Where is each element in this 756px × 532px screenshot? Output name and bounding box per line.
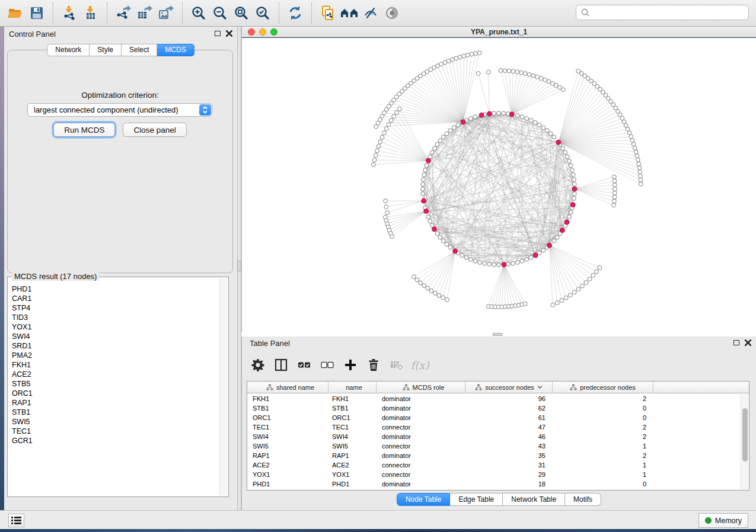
memory-button[interactable]: Memory (698, 513, 748, 528)
publish-network-button[interactable] (317, 2, 339, 24)
cytoscape-app: Control Panel Network Style Select MCDS … (0, 0, 756, 532)
result-item[interactable]: SWI5 (8, 417, 219, 427)
zoom-out-button[interactable] (209, 2, 231, 24)
close-panel-icon[interactable] (745, 339, 751, 346)
result-item[interactable]: YOX1 (8, 322, 219, 332)
tab-style[interactable]: Style (90, 44, 122, 56)
gear-icon (251, 358, 265, 372)
tab-motifs[interactable]: Motifs (565, 493, 601, 506)
result-item[interactable]: STB5 (8, 379, 219, 389)
table-row[interactable]: PHD1PHD1dominator180 (247, 479, 740, 489)
export-table-button[interactable] (134, 2, 155, 24)
result-item[interactable]: TID3 (8, 313, 219, 322)
import-table-button[interactable] (80, 2, 101, 24)
result-item[interactable]: SWI4 (8, 332, 219, 341)
export-network-button[interactable] (113, 2, 134, 24)
delete-column-button[interactable] (366, 357, 381, 373)
tab-network-table[interactable]: Network Table (503, 493, 565, 506)
result-item[interactable]: STP4 (8, 303, 219, 313)
result-item[interactable]: FKH1 (8, 360, 219, 370)
export-image-button[interactable] (155, 2, 177, 24)
search-input[interactable] (593, 8, 744, 17)
column-header-shared-name[interactable]: shared name (247, 382, 328, 393)
table-cell: 62 (465, 405, 553, 412)
import-network-button[interactable] (59, 2, 80, 24)
status-bar: Memory (0, 510, 756, 529)
close-panel-icon[interactable] (226, 30, 232, 37)
table-settings-button[interactable] (250, 357, 266, 373)
result-item[interactable]: RAP1 (8, 398, 219, 408)
table-cell: 29 (465, 471, 553, 478)
select-all-button[interactable] (296, 357, 312, 373)
refresh-layout-icon (288, 5, 303, 21)
zoom-selected-button[interactable] (252, 2, 273, 24)
horizontal-splitter[interactable] (241, 332, 756, 336)
result-item[interactable]: STB1 (8, 408, 219, 417)
network-canvas[interactable] (242, 38, 756, 332)
mcds-result-scrollbar[interactable] (219, 278, 227, 495)
column-header-predecessor-nodes[interactable]: predecessor nodes (553, 382, 653, 393)
zoom-selected-icon (255, 5, 270, 21)
table-row[interactable]: YOX1YOX1connector291 (247, 470, 740, 479)
tab-network[interactable]: Network (47, 44, 90, 56)
add-column-button[interactable] (343, 357, 358, 373)
tab-select[interactable]: Select (122, 44, 157, 56)
first-neighbors-button[interactable] (339, 2, 360, 24)
tab-mcds[interactable]: MCDS (157, 44, 194, 56)
column-header-successor-nodes[interactable]: successor nodes (465, 382, 553, 393)
optimization-select[interactable]: largest connected component (undirected) (27, 103, 212, 117)
save-session-button[interactable] (26, 2, 47, 24)
columns-icon (274, 358, 288, 372)
table-row[interactable]: SWI5SWI5connector431 (247, 441, 740, 451)
table-row[interactable]: RAP1RAP1dominator352 (247, 451, 740, 460)
network-window-titlebar: YPA_prune.txt_1 (242, 27, 756, 37)
apply-layout-button[interactable] (285, 2, 306, 24)
result-item[interactable]: TEC1 (8, 427, 219, 436)
column-header-name[interactable]: name (328, 382, 377, 393)
float-window-icon[interactable] (215, 31, 221, 36)
table-panel-title: Table Panel (250, 339, 290, 348)
table-row[interactable]: TEC1TEC1connector472 (247, 422, 740, 432)
optimization-select-value: largest connected component (undirected) (34, 105, 178, 114)
delete-table-button[interactable] (389, 357, 404, 373)
scrollbar-thumb[interactable] (742, 408, 748, 462)
table-cell: ORC1 (328, 414, 377, 421)
network-window: YPA_prune.txt_1 (241, 27, 756, 332)
main-toolbar (0, 0, 756, 27)
function-builder-button[interactable]: f(x) (412, 357, 428, 373)
tab-edge-table[interactable]: Edge Table (450, 493, 503, 506)
optimization-criterion-label: Optimization criterion: (8, 91, 232, 100)
search-box (576, 5, 749, 20)
result-item[interactable]: ORC1 (8, 389, 219, 398)
close-panel-button[interactable]: Close panel (123, 123, 186, 137)
result-item[interactable]: ACE2 (8, 370, 219, 379)
table-row[interactable]: STB1STB1dominator620 (247, 403, 740, 413)
run-mcds-button[interactable]: Run MCDS (53, 123, 115, 137)
table-row[interactable]: FKH1FKH1dominator962 (247, 394, 740, 403)
column-header-mcds-role[interactable]: MCDS role (377, 382, 465, 393)
result-item[interactable]: GCR1 (8, 436, 219, 446)
result-item[interactable]: CAR1 (8, 294, 219, 303)
deselect-all-button[interactable] (320, 357, 335, 373)
open-file-button[interactable] (5, 2, 26, 24)
splitter-grip[interactable] (237, 261, 241, 271)
tab-node-table[interactable]: Node Table (397, 493, 451, 506)
zoom-fit-button[interactable] (231, 2, 252, 24)
show-all-button[interactable] (381, 2, 403, 24)
show-columns-button[interactable] (273, 357, 289, 373)
result-item[interactable]: PMA2 (8, 351, 219, 360)
result-item[interactable]: SRD1 (8, 341, 219, 351)
zoom-in-button[interactable] (188, 2, 209, 24)
splitter-grip[interactable] (493, 333, 502, 336)
table-row[interactable]: SWI4SWI4dominator462 (247, 432, 740, 441)
task-history-button[interactable] (8, 514, 24, 527)
float-window-icon[interactable] (733, 340, 739, 345)
table-row[interactable]: ORC1ORC1dominator610 (247, 413, 740, 422)
table-row[interactable]: ACE2ACE2connector311 (247, 460, 740, 470)
result-item[interactable]: PHD1 (8, 284, 219, 294)
vertical-splitter[interactable] (237, 27, 241, 510)
hide-selected-button[interactable] (360, 2, 381, 24)
node-table: shared name name MCDS role successor nod… (247, 381, 749, 491)
table-scrollbar[interactable] (741, 394, 748, 489)
table-cell: dominator (377, 452, 465, 459)
